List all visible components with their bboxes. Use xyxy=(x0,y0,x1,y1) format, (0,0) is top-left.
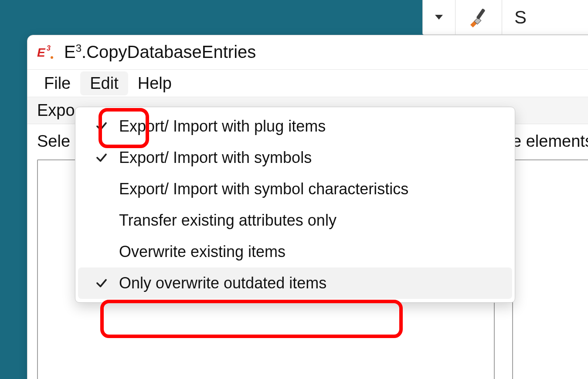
title-prefix: E xyxy=(64,43,76,62)
tab-export[interactable]: Expo xyxy=(37,101,75,120)
menu-help[interactable]: Help xyxy=(128,71,181,95)
right-panel-heading: e elements xyxy=(512,132,588,151)
checkmark-icon xyxy=(84,277,119,290)
edit-menu-item-label: Transfer existing attributes only xyxy=(119,211,506,230)
edit-menu-dropdown: Export/ Import with plug itemsExport/ Im… xyxy=(75,107,515,303)
menu-file[interactable]: File xyxy=(34,71,80,95)
paintbrush-icon xyxy=(468,7,489,28)
toolbar-letter-button[interactable]: S xyxy=(502,0,539,34)
chevron-down-icon xyxy=(435,15,443,20)
title-superscript: 3 xyxy=(76,42,82,54)
svg-text:E: E xyxy=(37,46,46,59)
edit-menu-item-3[interactable]: Transfer existing attributes only xyxy=(78,205,512,236)
menu-bar: File Edit Help xyxy=(27,69,588,97)
edit-menu-item-label: Only overwrite outdated items xyxy=(119,274,506,292)
svg-point-4 xyxy=(51,56,53,59)
window-title: E3.CopyDatabaseEntries xyxy=(64,42,256,62)
upper-toolbar-fragment: S xyxy=(422,0,588,35)
title-bar: E 3 E3.CopyDatabaseEntries xyxy=(27,35,588,69)
edit-menu-item-0[interactable]: Export/ Import with plug items xyxy=(78,111,512,142)
toolbar-dropdown-button[interactable] xyxy=(423,0,455,34)
svg-rect-1 xyxy=(476,8,485,20)
edit-menu-item-1[interactable]: Export/ Import with symbols xyxy=(78,142,512,173)
app-logo-icon: E 3 xyxy=(37,43,56,62)
edit-menu-item-2[interactable]: Export/ Import with symbol characteristi… xyxy=(78,173,512,205)
edit-menu-item-5[interactable]: Only overwrite outdated items xyxy=(78,267,512,299)
right-panel: e elements xyxy=(512,132,588,379)
edit-menu-item-label: Overwrite existing items xyxy=(119,243,506,261)
format-painter-button[interactable] xyxy=(455,0,502,34)
checkmark-icon xyxy=(84,151,119,164)
menu-edit[interactable]: Edit xyxy=(80,71,128,95)
edit-menu-item-label: Export/ Import with plug items xyxy=(119,117,506,135)
title-rest: .CopyDatabaseEntries xyxy=(82,43,256,62)
edit-menu-item-4[interactable]: Overwrite existing items xyxy=(78,236,512,267)
edit-menu-item-label: Export/ Import with symbols xyxy=(119,149,506,167)
edit-menu-item-label: Export/ Import with symbol characteristi… xyxy=(119,180,506,198)
svg-text:3: 3 xyxy=(47,44,51,52)
toolbar-letter-label: S xyxy=(514,7,527,28)
right-listbox[interactable] xyxy=(512,159,588,379)
checkmark-icon xyxy=(84,120,119,133)
